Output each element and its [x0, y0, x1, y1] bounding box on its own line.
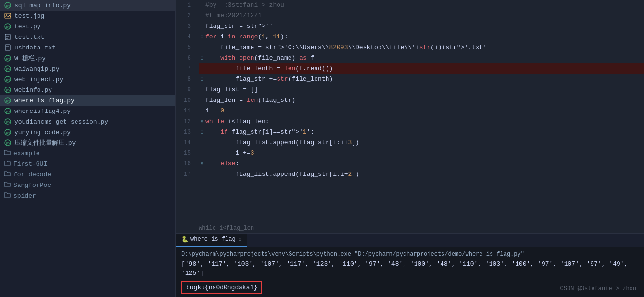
folder-name: for_decode: [13, 171, 51, 178]
sidebar-folder-spider[interactable]: spider: [0, 190, 175, 201]
line-number-9: 9: [176, 85, 191, 95]
file-sidebar[interactable]: pysql_map_info.pytest.jpgpytest.pytest.t…: [0, 0, 176, 297]
sidebar-item-webinfo.py[interactable]: pywebinfo.py: [0, 85, 175, 95]
line-number-10: 10: [176, 95, 191, 106]
folder-icon: [4, 170, 11, 179]
folder-icon: [4, 181, 11, 189]
sidebar-item-youdiancms_get_session.py[interactable]: pyyoudiancms_get_session.py: [0, 116, 175, 127]
tab-close-icon[interactable]: ✕: [239, 236, 242, 243]
fold-icon[interactable]: ⊟: [199, 116, 205, 127]
sidebar-item-usbdata.txt[interactable]: usbdata.txt: [0, 42, 175, 53]
svg-text:py: py: [6, 110, 10, 113]
code-line-13: ⊟ if flag_str[i]==str">'1':: [199, 127, 644, 137]
file-icon-jpg: [4, 12, 12, 20]
sidebar-item-sql_map_info.py[interactable]: pysql_map_info.py: [0, 0, 175, 11]
code-line-6: ⊟ with open(file_name) as f:: [199, 53, 644, 63]
line-number-15: 15: [176, 148, 191, 159]
svg-text:py: py: [6, 88, 10, 92]
code-line-11: i = 0: [199, 106, 644, 116]
sidebar-item-test.jpg[interactable]: test.jpg: [0, 11, 175, 21]
run-tab[interactable]: 🐍 where is flag ✕: [176, 234, 247, 247]
file-name: waiwangip.py: [14, 65, 60, 73]
file-icon-py: py: [4, 97, 12, 104]
no-fold: [199, 95, 205, 106]
file-name: test.py: [14, 23, 41, 30]
overflow-hint: while i<flag_len: [199, 225, 254, 232]
sidebar-item-waiwangip.py[interactable]: pywaiwangip.py: [0, 63, 175, 74]
sidebar-folder-First-GUI[interactable]: First-GUI: [0, 159, 175, 169]
sidebar-item-压缩文件批量解压.py[interactable]: py压缩文件批量解压.py: [0, 137, 175, 148]
line-number-13: 13: [176, 127, 191, 137]
code-line-9: flag_list = []: [199, 85, 644, 95]
file-name: whereisflag4.py: [14, 108, 71, 115]
code-line-5: file_name = str">'C:\\Users\\82093\\Desk…: [199, 42, 644, 53]
code-line-14: flag_list.append(flag_str[i:i+3]): [199, 137, 644, 148]
file-icon-py: py: [4, 75, 12, 83]
tab-label: where is flag: [190, 236, 236, 243]
line-number-4: 4: [176, 32, 191, 42]
line-numbers: 1234567891011121314151617: [176, 0, 195, 223]
fold-icon[interactable]: ⊟: [199, 53, 205, 63]
line-number-5: 5: [176, 42, 191, 53]
svg-text:py: py: [6, 25, 10, 29]
file-icon-py: py: [4, 1, 12, 9]
file-icon-txt: [4, 33, 12, 41]
fold-icon[interactable]: ⊟: [199, 74, 205, 85]
folder-icon: [4, 160, 11, 168]
sidebar-folder-example[interactable]: example: [0, 148, 175, 159]
svg-text:py: py: [6, 99, 10, 103]
code-line-10: flag_len = len(flag_str): [199, 95, 644, 106]
line-number-7: 7: [176, 63, 191, 74]
fold-icon[interactable]: ⊟: [199, 32, 205, 42]
folder-icon: [4, 149, 11, 158]
sidebar-item-whereisflag4.py[interactable]: pywhereisflag4.py: [0, 106, 175, 116]
code-line-2: #time:2021/12/1: [199, 11, 644, 21]
line-number-11: 11: [176, 106, 191, 116]
no-fold: [199, 0, 205, 11]
no-fold: [199, 21, 205, 32]
code-line-12: ⊟while i<flag_len:: [199, 116, 644, 127]
svg-text:py: py: [6, 131, 10, 135]
file-icon-py: py: [4, 107, 12, 115]
file-name: webinfo.py: [14, 87, 52, 94]
sidebar-folder-for_decode[interactable]: for_decode: [0, 169, 175, 180]
fold-icon[interactable]: ⊟: [199, 127, 205, 137]
file-icon-py: py: [4, 65, 12, 73]
sidebar-item-yunying_code.py[interactable]: pyyunying_code.py: [0, 127, 175, 137]
folder-name: spider: [13, 192, 36, 199]
sidebar-item-where-is-flag.py[interactable]: pywhere is flag.py: [0, 95, 175, 106]
folder-name: SangforPoc: [13, 182, 51, 189]
file-name: 压缩文件批量解压.py: [14, 138, 76, 147]
no-fold: [199, 169, 205, 180]
code-line-17: flag_list.append(flag_str[i:i+2]): [199, 169, 644, 180]
terminal-output: ['98', '117', '103', '107', '117', '123'…: [181, 260, 638, 278]
file-name: usbdata.txt: [14, 44, 56, 51]
line-number-8: 8: [176, 74, 191, 85]
sidebar-item-test.txt[interactable]: test.txt: [0, 32, 175, 42]
line-number-14: 14: [176, 137, 191, 148]
line-number-6: 6: [176, 53, 191, 63]
svg-text:py: py: [6, 67, 10, 71]
run-command: D:\pycharm\pycharprojects\venv\Scripts\p…: [181, 250, 638, 259]
file-icon-py: py: [4, 54, 12, 62]
fold-icon[interactable]: ⊟: [199, 159, 205, 169]
file-icon-py: py: [4, 139, 12, 147]
sidebar-item-web_inject.py[interactable]: pyweb_inject.py: [0, 74, 175, 85]
file-icon-py: py: [4, 86, 12, 94]
code-editor: 1234567891011121314151617 #by :3stefani …: [176, 0, 644, 233]
no-fold: [199, 11, 205, 21]
code-line-7: file_lenth = len(f.read()): [199, 63, 644, 74]
file-icon-py: py: [4, 23, 12, 30]
sidebar-folder-SangforPoc[interactable]: SangforPoc: [0, 180, 175, 190]
bottom-tabs[interactable]: 🐍 where is flag ✕: [176, 234, 644, 247]
no-fold: [199, 137, 205, 148]
file-icon-txt: [4, 44, 12, 51]
file-name: yunying_code.py: [14, 129, 71, 136]
no-fold: [199, 106, 205, 116]
code-line-3: flag_str = str">'': [199, 21, 644, 32]
line-number-1: 1: [176, 0, 191, 11]
bottom-panel: 🐍 where is flag ✕ D:\pycharm\pycharproje…: [176, 233, 644, 297]
sidebar-item-test.py[interactable]: pytest.py: [0, 21, 175, 32]
svg-text:py: py: [6, 120, 10, 124]
sidebar-item-W_栅栏.py[interactable]: pyW_栅栏.py: [0, 53, 175, 63]
